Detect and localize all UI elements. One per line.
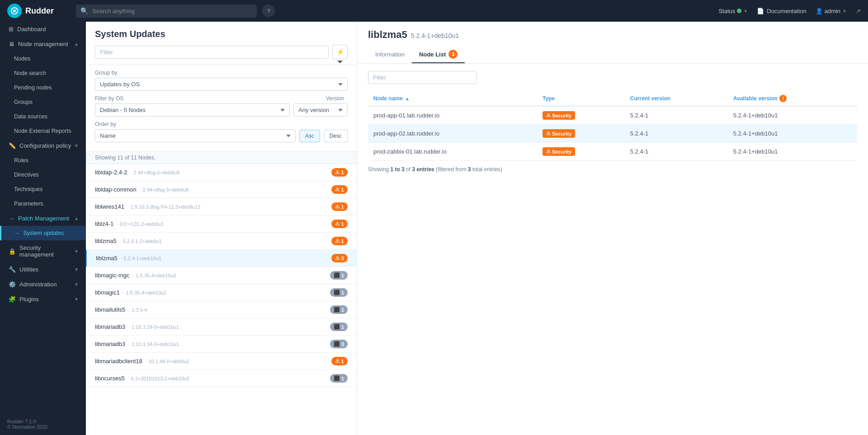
filter-options-button[interactable]: ⚡ [332, 45, 348, 59]
available-version-cell: 5.2.4-1+deb10u1 [728, 125, 857, 143]
package-version: · 2.44+dfsg-5+deb9u8 [131, 170, 179, 175]
group-by-label: Group by [95, 70, 348, 76]
sidebar-group-config-policy[interactable]: ✏️ Configuration policy ▼ [0, 138, 86, 153]
table-row[interactable]: prod-app-01.lab.rudder.io ⚠ Security 5.2… [368, 106, 857, 125]
sidebar-item-groups[interactable]: Groups [0, 95, 86, 109]
search-input[interactable] [76, 5, 257, 18]
package-item[interactable]: libmariadb3 · 1:10.3.34-0+deb10u1 ⬛ 3 [86, 336, 357, 353]
warning-icon: ⚠ [335, 221, 340, 227]
current-version-cell: 5.2.4-1 [625, 106, 728, 125]
sidebar-item-nodes[interactable]: Nodes [0, 51, 86, 66]
package-name-wrap: libncurses5 · 6.1+20181013-2+deb10u2 [95, 375, 189, 382]
col-available-version[interactable]: Available version ! [728, 91, 857, 106]
node-name-cell: prod-app-01.lab.rudder.io [368, 106, 537, 125]
node-table-head: Node name ▲ Type Current version [368, 91, 857, 106]
admin-label: admin [825, 8, 840, 14]
sidebar-item-node-search[interactable]: Node search [0, 66, 86, 80]
package-item[interactable]: liblzma5 · 5.2.2-1.2+deb9u1 ⚠ 1 [86, 233, 357, 250]
filter-by-os-label: Filter by OS Version [95, 95, 348, 102]
package-version: · 1:3.5-4 [129, 307, 147, 313]
node-filter-input[interactable] [368, 71, 476, 84]
sidebar-label-utilities: Utilities [19, 266, 38, 273]
sidebar: ⊞ Dashboard 🖥 Node management ▲ Nodes No… [0, 22, 86, 435]
node-type-cell: ⚠ Security [537, 106, 625, 125]
filter-version-select[interactable]: Any version [293, 103, 348, 117]
version-label: Version [326, 95, 344, 102]
sidebar-group-patch-management[interactable]: → Patch Management ▲ [0, 211, 86, 226]
package-item[interactable]: liblz4-1 · 0.0~r131-2+deb9u1 ⚠ 1 [86, 215, 357, 233]
col-current-version[interactable]: Current version [625, 91, 728, 106]
package-version: · 1:10.3.29-0+deb10u1 [129, 324, 179, 330]
package-filter-input[interactable] [95, 46, 329, 59]
sidebar-group-plugins[interactable]: 🧩 Plugins ▼ [0, 292, 86, 307]
package-item[interactable]: libmariadbclient18 · 10.1.48-0+deb9u2 ⚠ … [86, 353, 357, 370]
sidebar-group-node-management[interactable]: 🖥 Node management ▲ [0, 37, 86, 51]
sidebar-item-directives[interactable]: Directives [0, 168, 86, 182]
col-node-name[interactable]: Node name ▲ [368, 91, 537, 106]
sidebar-label-node-mgmt: Node management [18, 41, 68, 47]
sidebar-item-dashboard[interactable]: ⊞ Dashboard [0, 22, 86, 37]
tab-node-count: 3 [448, 50, 458, 59]
node-name-cell: prod-zabbix-01.lab.rudder.io [368, 143, 537, 161]
help-icon[interactable]: ? [262, 5, 275, 17]
package-item[interactable]: libncurses5 · 6.1+20181013-2+deb10u2 ⬛ 1 [86, 370, 357, 387]
admin-menu[interactable]: 👤 admin ▼ [816, 8, 847, 14]
sort-asc-icon: ▲ [405, 96, 410, 101]
package-version: · 6.1+20181013-2+deb10u2 [128, 376, 189, 381]
badge-count: 1 [341, 307, 344, 313]
status-indicator[interactable]: Status ▼ [718, 8, 748, 14]
package-item[interactable]: libmailutils5 · 1:3.5-4 ⬛ 1 [86, 301, 357, 318]
tab-node-list-label: Node List [419, 51, 446, 58]
main-content: System Updates ⚡ Group by Updates by OS [86, 22, 868, 435]
table-row[interactable]: prod-app-02.lab.rudder.io ⚠ Security 5.2… [368, 125, 857, 143]
node-table-header-row: Node name ▲ Type Current version [368, 91, 857, 106]
sidebar-label-plugins: Plugins [19, 296, 39, 303]
documentation-link[interactable]: 📄 Documentation [757, 8, 806, 14]
sidebar-item-pending-nodes[interactable]: Pending nodes [0, 80, 86, 95]
sidebar-item-techniques[interactable]: Techniques [0, 182, 86, 196]
package-item[interactable]: libmagic-mgc · 1:5.35-4+deb10u2 ⬛ 1 [86, 267, 357, 284]
sidebar-item-node-external-reports[interactable]: Node External Reports [0, 124, 86, 138]
sidebar-item-rules[interactable]: Rules [0, 153, 86, 168]
sidebar-label-patch-mgmt: Patch Management [18, 215, 69, 222]
warning-icon: ⚠ [335, 187, 340, 192]
package-badge: ⬛ 1 [330, 323, 348, 331]
package-item[interactable]: libmagic1 · 1:5.35-4+deb10u2 ⬛ 1 [86, 284, 357, 301]
sidebar-label-config-policy: Configuration policy [19, 142, 71, 149]
group-by-select[interactable]: Updates by OS [95, 78, 348, 91]
package-badge: ⚠ 1 [331, 168, 348, 177]
package-item[interactable]: liblzma5 · 5.2.4-1+deb10u1 ⚠ 3 [86, 250, 357, 267]
sidebar-item-system-updates[interactable]: → System updates [0, 226, 86, 240]
table-row[interactable]: prod-zabbix-01.lab.rudder.io ⚠ Security … [368, 143, 857, 161]
sort-asc-button[interactable]: Asc [299, 130, 320, 142]
tab-node-list[interactable]: Node List 3 [412, 46, 465, 63]
package-item[interactable]: libldap-2.4-2 · 2.44+dfsg-5+deb9u8 ⚠ 1 [86, 164, 357, 181]
order-by-select[interactable]: Name [95, 129, 296, 142]
package-item[interactable]: liblwres141 · 1:9.10.3.dfsg.P4-12.3+deb9… [86, 198, 357, 215]
package-badge: ⬛ 1 [330, 271, 348, 280]
filter-input-wrap [95, 46, 329, 59]
sidebar-item-data-sources[interactable]: Data sources [0, 109, 86, 124]
node-mgmt-icon: 🖥 [9, 41, 14, 47]
col-type[interactable]: Type [537, 91, 625, 106]
updates-header: System Updates ⚡ [86, 22, 357, 65]
external-link-icon[interactable]: ↗ [856, 8, 861, 14]
topnav-right: Status ▼ 📄 Documentation 👤 admin ▼ ↗ [718, 8, 861, 14]
sidebar-group-security-management[interactable]: 🔒 Security management ▼ [0, 240, 86, 262]
sidebar-group-administration[interactable]: ⚙️ Administration ▼ [0, 277, 86, 292]
package-name-wrap: libmailutils5 · 1:3.5-4 [95, 306, 147, 313]
badge-count: 1 [341, 376, 344, 381]
sort-desc-button[interactable]: Desc [324, 130, 348, 142]
sidebar-group-utilities[interactable]: 🔧 Utilities ▼ [0, 262, 86, 277]
app-logo[interactable]: Rudder [7, 4, 71, 18]
search-bar[interactable]: 🔍 [76, 5, 257, 18]
tab-information[interactable]: Information [368, 46, 412, 63]
filter-os-select[interactable]: Debian - 5 Nodes [95, 103, 290, 117]
node-name-cell: prod-app-02.lab.rudder.io [368, 125, 537, 143]
package-item[interactable]: libmariadb3 · 1:10.3.29-0+deb10u1 ⬛ 1 [86, 318, 357, 336]
package-item[interactable]: libldap-common · 2.44+dfsg-5+deb9u8 ⚠ 1 [86, 181, 357, 198]
warning-icon: ⚠ [335, 358, 340, 364]
showing-label: Showing 11 of 11 Nodes. [86, 152, 357, 164]
package-name-wrap: libmariadb3 · 1:10.3.34-0+deb10u1 [95, 341, 179, 347]
sidebar-item-parameters[interactable]: Parameters [0, 196, 86, 211]
